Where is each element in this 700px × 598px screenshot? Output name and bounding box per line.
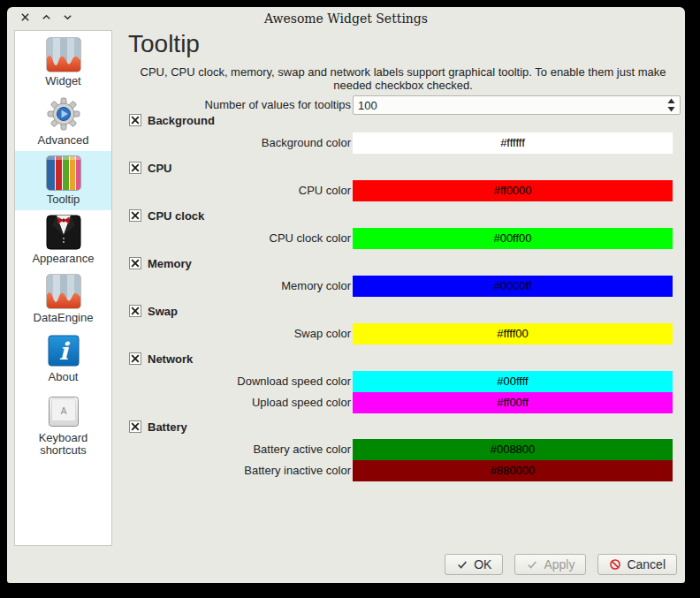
checkbox-background[interactable] bbox=[129, 114, 141, 126]
color-swatch-button[interactable]: #ff0000 bbox=[353, 180, 673, 201]
color-swatch-button[interactable]: #ff00ff bbox=[353, 392, 673, 413]
sidebar-item-label: Appearance bbox=[32, 253, 94, 265]
sidebar-item-widget[interactable]: Widget bbox=[15, 33, 111, 92]
color-row: Battery inactive color #880000 bbox=[128, 460, 680, 481]
spinbox-value[interactable]: 100 bbox=[354, 99, 665, 112]
info-icon: i bbox=[46, 333, 81, 368]
check-icon bbox=[456, 558, 468, 571]
checkbox-cpu-clock[interactable] bbox=[129, 209, 141, 222]
cancel-button[interactable]: Cancel bbox=[597, 554, 677, 575]
section-memory: Memory bbox=[129, 256, 192, 270]
section-label: Battery bbox=[148, 420, 187, 434]
color-row-label: Background color bbox=[128, 132, 351, 154]
section-cpu-clock: CPU clock bbox=[129, 208, 204, 223]
sidebar-item-label: Keyboard shortcuts bbox=[39, 432, 88, 457]
section-label: Network bbox=[148, 352, 193, 366]
sidebar-item-keyboard-shortcuts[interactable]: A Keyboard shortcuts bbox=[15, 388, 111, 462]
settings-window: Awesome Widget Settings Widget bbox=[7, 7, 685, 583]
sidebar-item-dataengine[interactable]: DataEngine bbox=[15, 269, 111, 329]
page-description: CPU, CPU clock, memory, swap and network… bbox=[128, 65, 678, 92]
color-row: Background color #ffffff bbox=[128, 132, 680, 154]
color-row-label: Swap color bbox=[128, 323, 351, 344]
sidebar: Widget bbox=[14, 30, 112, 546]
sidebar-item-about[interactable]: i About bbox=[15, 329, 111, 388]
section-swap: Swap bbox=[129, 304, 178, 318]
color-row-label: Upload speed color bbox=[128, 392, 351, 413]
sidebar-item-advanced[interactable]: Advanced bbox=[15, 92, 111, 151]
checkbox-cpu[interactable] bbox=[129, 162, 141, 174]
color-swatch-button[interactable]: #ffff00 bbox=[353, 323, 673, 344]
color-row: Battery active color #008800 bbox=[128, 439, 680, 460]
page-title: Tooltip bbox=[128, 30, 200, 58]
sidebar-item-label: Advanced bbox=[38, 134, 89, 147]
color-row: CPU color #ff0000 bbox=[128, 180, 680, 201]
section-network: Network bbox=[129, 352, 193, 366]
color-row-label: CPU color bbox=[128, 180, 351, 201]
checkbox-network[interactable] bbox=[129, 352, 141, 365]
color-swatch-button[interactable]: #008800 bbox=[353, 439, 673, 460]
sidebar-item-label: DataEngine bbox=[34, 312, 94, 324]
checkbox-memory[interactable] bbox=[129, 257, 141, 269]
section-label: CPU clock bbox=[148, 209, 204, 223]
tuxedo-icon bbox=[46, 215, 81, 250]
tooltip-values-spinbox[interactable]: 100 bbox=[353, 95, 681, 115]
tooltip-values-label: Number of values for tooltips bbox=[128, 95, 351, 115]
color-row: Memory color #0000ff bbox=[128, 276, 680, 297]
checkbox-swap[interactable] bbox=[129, 305, 141, 317]
tooltip-values-row: Number of values for tooltips 100 bbox=[128, 95, 680, 115]
color-row: Download speed color #00ffff bbox=[128, 371, 680, 392]
sidebar-item-label: About bbox=[49, 371, 79, 383]
spinner-arrows-icon[interactable] bbox=[665, 97, 677, 113]
color-swatch-button[interactable]: #ffffff bbox=[353, 132, 673, 154]
color-row: Swap color #ffff00 bbox=[128, 323, 680, 344]
color-row: CPU clock color #00ff00 bbox=[128, 228, 680, 249]
checkbox-battery[interactable] bbox=[129, 420, 141, 433]
svg-text:A: A bbox=[60, 406, 66, 416]
dialog-button-row: OK Apply Cancel bbox=[445, 554, 677, 575]
color-row-label: Memory color bbox=[128, 276, 351, 297]
color-swatch-button[interactable]: #880000 bbox=[353, 460, 673, 481]
ok-button[interactable]: OK bbox=[445, 554, 503, 575]
stripes-icon bbox=[46, 155, 81, 191]
titlebar: Awesome Widget Settings bbox=[7, 7, 685, 30]
window-title: Awesome Widget Settings bbox=[7, 11, 685, 26]
color-swatch-button[interactable]: #00ff00 bbox=[353, 228, 673, 249]
sidebar-item-label: Widget bbox=[45, 75, 80, 87]
color-row-label: CPU clock color bbox=[128, 228, 351, 249]
sidebar-item-tooltip[interactable]: Tooltip bbox=[15, 151, 111, 210]
color-row: Upload speed color #ff00ff bbox=[128, 392, 680, 413]
color-row-label: Battery active color bbox=[128, 439, 351, 460]
gear-icon bbox=[46, 96, 81, 132]
color-row-label: Download speed color bbox=[128, 371, 351, 392]
apply-button[interactable]: Apply bbox=[514, 554, 586, 575]
section-label: Swap bbox=[148, 305, 178, 318]
section-cpu: CPU bbox=[129, 161, 171, 175]
check-icon bbox=[526, 558, 538, 571]
color-swatch-button[interactable]: #00ffff bbox=[353, 371, 673, 392]
chart-icon bbox=[46, 37, 81, 72]
color-row-label: Battery inactive color bbox=[128, 460, 351, 481]
section-background: Background bbox=[129, 113, 215, 127]
sidebar-item-appearance[interactable]: Appearance bbox=[15, 210, 111, 269]
section-battery: Battery bbox=[129, 420, 187, 434]
section-label: CPU bbox=[148, 162, 171, 175]
keyboard-key-icon: A bbox=[46, 394, 81, 429]
sidebar-item-label: Tooltip bbox=[47, 193, 80, 206]
section-label: Memory bbox=[148, 257, 192, 270]
section-label: Background bbox=[148, 114, 215, 127]
color-swatch-button[interactable]: #0000ff bbox=[353, 276, 673, 297]
desktop-background: { "window": { "title": "Awesome Widget S… bbox=[0, 0, 700, 598]
chart-icon bbox=[46, 274, 81, 309]
prohibition-icon bbox=[609, 558, 621, 571]
